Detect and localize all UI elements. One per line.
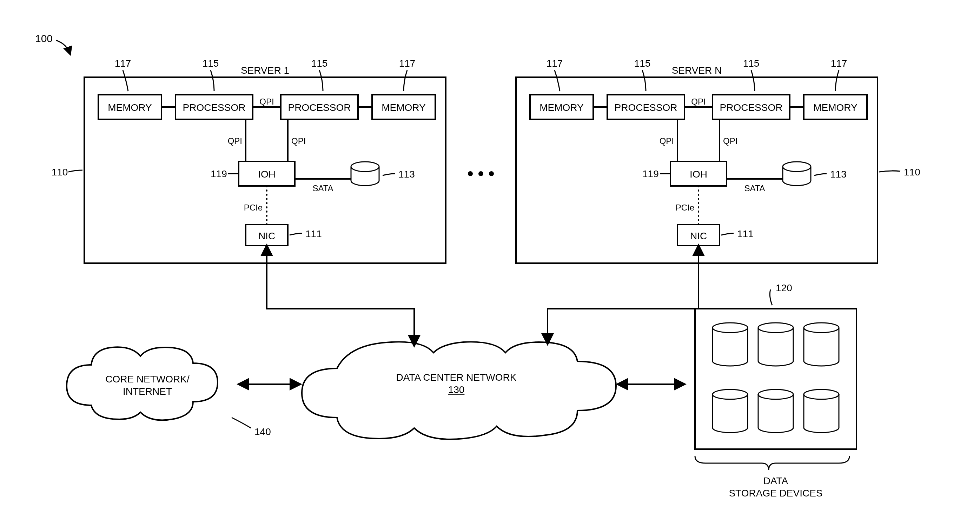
server-1-ref-119: 119 bbox=[211, 168, 227, 179]
server-n-ref-117a: 117 bbox=[547, 58, 563, 69]
server-1-mem-right: MEMORY bbox=[382, 102, 426, 113]
server-n-ref-115a: 115 bbox=[634, 58, 651, 69]
svg-point-38 bbox=[804, 323, 839, 333]
svg-point-15 bbox=[468, 171, 473, 176]
storage-caption-2: STORAGE DEVICES bbox=[729, 488, 822, 499]
server-n-ref-117b: 117 bbox=[831, 58, 847, 69]
core-cloud-line2: INTERNET bbox=[123, 386, 172, 397]
storage-box bbox=[695, 309, 856, 449]
figure-ref-number: 100 bbox=[35, 33, 52, 44]
server-n-ioh: IOH bbox=[690, 169, 707, 180]
storage-ref: 120 bbox=[776, 283, 792, 293]
core-cloud-ref: 140 bbox=[255, 426, 271, 437]
storage-caption-1: DATA bbox=[764, 475, 788, 486]
server-n-ref-113: 113 bbox=[830, 169, 846, 180]
server-1-nic: NIC bbox=[258, 230, 275, 242]
server-1-pcie: PCIe bbox=[244, 203, 262, 212]
dcn-ref: 130 bbox=[448, 384, 465, 395]
core-cloud-line1: CORE NETWORK/ bbox=[105, 373, 189, 385]
svg-point-37 bbox=[758, 323, 793, 333]
server-1-title: SERVER 1 bbox=[241, 65, 289, 76]
server-1: SERVER 1 MEMORY PROCESSOR PROCESSOR MEMO… bbox=[84, 58, 446, 263]
ellipsis-icon bbox=[468, 171, 494, 176]
server-1-ref-115a: 115 bbox=[202, 58, 219, 69]
core-network-cloud: CORE NETWORK/ INTERNET bbox=[67, 347, 218, 420]
server-n-title: SERVER N bbox=[672, 65, 722, 76]
svg-point-40 bbox=[758, 389, 793, 399]
dcn-line1: DATA CENTER NETWORK bbox=[396, 372, 517, 383]
svg-point-12 bbox=[351, 162, 379, 172]
server-n-mem-left: MEMORY bbox=[539, 102, 584, 113]
server-n-nic: NIC bbox=[690, 230, 707, 242]
server-1-ref-117a: 117 bbox=[115, 58, 131, 69]
svg-point-36 bbox=[713, 323, 748, 333]
server-n-ref-110: 110 bbox=[904, 167, 920, 178]
server-1-ref-115b: 115 bbox=[311, 58, 328, 69]
server-n-mem-right: MEMORY bbox=[813, 102, 858, 113]
svg-point-41 bbox=[804, 389, 839, 399]
server-1-ref-113: 113 bbox=[398, 169, 415, 180]
server-n: SERVER N MEMORY PROCESSOR PROCESSOR MEMO… bbox=[516, 58, 878, 263]
server-1-proc-right: PROCESSOR bbox=[288, 102, 351, 113]
server-1-ref-117b: 117 bbox=[399, 58, 415, 69]
server-1-qpi-top: QPI bbox=[259, 97, 274, 106]
server-n-proc-right: PROCESSOR bbox=[720, 102, 783, 113]
server-1-qpi-l: QPI bbox=[228, 136, 242, 146]
dcn-cloud: DATA CENTER NETWORK 130 bbox=[302, 342, 616, 439]
server-1-mem-left: MEMORY bbox=[108, 102, 152, 113]
server-1-ref-110: 110 bbox=[52, 167, 68, 178]
server-n-pcie: PCIe bbox=[676, 203, 694, 212]
server-n-qpi-l: QPI bbox=[660, 136, 674, 146]
figure-ref: 100 bbox=[35, 33, 70, 54]
server-n-proc-left: PROCESSOR bbox=[615, 102, 678, 113]
server-1-qpi-r: QPI bbox=[291, 136, 306, 146]
svg-point-30 bbox=[783, 162, 811, 172]
server-n-ref-115b: 115 bbox=[743, 58, 760, 69]
server-n-qpi-r: QPI bbox=[723, 136, 737, 146]
svg-point-39 bbox=[713, 389, 748, 399]
svg-point-16 bbox=[479, 171, 483, 176]
diagram-root: 100 SERVER 1 MEMORY PROCESSOR PROCESSOR … bbox=[0, 0, 980, 507]
server-n-qpi-top: QPI bbox=[691, 97, 705, 106]
server-1-ref-111: 111 bbox=[305, 229, 322, 239]
server-1-sata: SATA bbox=[312, 183, 333, 193]
server-n-ref-119: 119 bbox=[642, 168, 659, 179]
svg-point-17 bbox=[489, 171, 494, 176]
server-n-ref-111: 111 bbox=[737, 229, 754, 239]
server-1-proc-left: PROCESSOR bbox=[183, 102, 246, 113]
server-1-ioh: IOH bbox=[258, 169, 275, 180]
server-n-sata: SATA bbox=[744, 183, 765, 193]
